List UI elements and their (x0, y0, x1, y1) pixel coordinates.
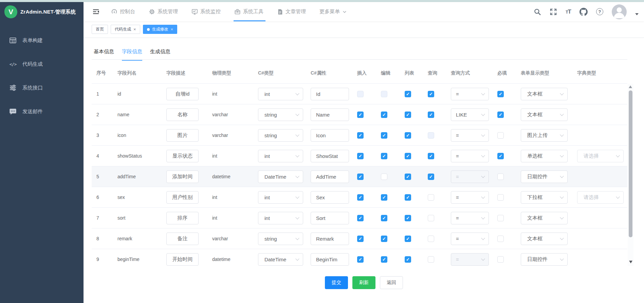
query-mode-select[interactable]: = (451, 233, 489, 245)
cs-type-select[interactable]: string (258, 129, 303, 142)
nav-item-system-monitor[interactable]: 系统监控 (191, 2, 221, 21)
cs-type-select[interactable]: int (258, 150, 303, 162)
sidebar-item-send-mail[interactable]: 发送邮件 (0, 100, 84, 123)
field-desc-input[interactable]: 名称 (166, 108, 199, 121)
query-mode-select[interactable]: = (451, 129, 489, 142)
query-checkbox[interactable]: ✓ (428, 91, 434, 97)
list-checkbox[interactable]: ✓ (405, 112, 411, 118)
insert-checkbox[interactable]: ✓ (357, 215, 364, 221)
nav-item-system-manage[interactable]: 系统管理 (149, 2, 178, 21)
query-mode-select[interactable]: = (451, 150, 489, 162)
field-desc-input[interactable]: 添加时间 (166, 170, 199, 183)
github-icon[interactable] (579, 8, 588, 16)
sidebar-item-system-api[interactable]: 系统接口 (0, 76, 84, 100)
fullscreen-icon[interactable] (550, 8, 557, 16)
insert-checkbox[interactable]: ✓ (357, 236, 364, 242)
insert-checkbox[interactable]: ✓ (357, 153, 364, 159)
field-desc-input[interactable]: 用户性别 (166, 191, 199, 204)
edit-checkbox[interactable]: ✓ (381, 112, 387, 118)
required-checkbox[interactable] (497, 215, 504, 221)
list-checkbox[interactable]: ✓ (405, 91, 411, 97)
display-type-select[interactable]: 文本框 (521, 233, 568, 245)
required-checkbox[interactable]: ✓ (497, 91, 504, 97)
insert-checkbox[interactable]: ✓ (357, 112, 364, 118)
list-checkbox[interactable]: ✓ (405, 153, 411, 159)
required-checkbox[interactable]: ✓ (497, 153, 504, 159)
display-type-select[interactable]: 文本框 (521, 212, 568, 224)
query-checkbox[interactable]: ✓ (428, 174, 434, 180)
insert-checkbox[interactable]: ✓ (357, 256, 364, 263)
required-checkbox[interactable] (497, 236, 504, 242)
cs-type-select[interactable]: DateTime (258, 170, 303, 183)
field-desc-input[interactable]: 显示状态 (166, 150, 199, 162)
query-checkbox[interactable]: ✓ (428, 153, 434, 159)
edit-checkbox[interactable] (381, 174, 387, 180)
query-mode-select[interactable]: LIKE (451, 108, 489, 121)
scrollbar-thumb[interactable] (629, 90, 632, 237)
tag-gen-edit[interactable]: 生成修改 × (143, 25, 178, 34)
cs-type-select[interactable]: int (258, 88, 303, 100)
close-icon[interactable]: × (171, 27, 173, 32)
sidebar-item-code-gen[interactable]: </> 代码生成 (0, 52, 84, 76)
edit-checkbox[interactable]: ✓ (381, 194, 387, 201)
list-checkbox[interactable]: ✓ (405, 174, 411, 180)
tag-home[interactable]: 首页 × (92, 25, 108, 34)
display-type-select[interactable]: 下拉框 (521, 191, 568, 204)
list-checkbox[interactable]: ✓ (405, 236, 411, 242)
required-checkbox[interactable] (497, 256, 504, 263)
edit-checkbox[interactable]: ✓ (381, 132, 387, 139)
back-button[interactable]: 返回 (380, 276, 403, 289)
insert-checkbox[interactable]: ✓ (357, 132, 364, 139)
scroll-up-icon[interactable] (629, 85, 632, 88)
display-type-select[interactable]: 文本框 (521, 108, 568, 121)
list-checkbox[interactable]: ✓ (405, 194, 411, 201)
query-checkbox[interactable] (428, 236, 434, 242)
refresh-button[interactable]: 刷新 (352, 276, 375, 289)
display-type-select[interactable]: 日期控件 (521, 253, 568, 266)
insert-checkbox[interactable]: ✓ (357, 174, 364, 180)
nav-item-console[interactable]: 控制台 (111, 2, 135, 21)
edit-checkbox[interactable]: ✓ (381, 215, 387, 221)
list-checkbox[interactable]: ✓ (405, 215, 411, 221)
query-checkbox[interactable] (428, 194, 434, 201)
query-checkbox[interactable] (428, 215, 434, 221)
cs-type-select[interactable]: int (258, 191, 303, 204)
display-type-select[interactable]: 图片上传 (521, 129, 568, 142)
field-desc-input[interactable]: 排序 (166, 212, 199, 224)
cs-property-input[interactable]: AddTime (311, 170, 349, 183)
nav-item-system-tools[interactable]: 系统工具 (234, 2, 263, 21)
tab-basic-info[interactable]: 基本信息 (94, 48, 114, 61)
dict-type-select[interactable]: 请选择 (577, 191, 624, 204)
help-icon[interactable]: ? (596, 8, 603, 15)
required-checkbox[interactable]: ✓ (497, 112, 504, 118)
edit-checkbox[interactable]: ✓ (381, 256, 387, 263)
list-checkbox[interactable]: ✓ (405, 132, 411, 139)
required-checkbox[interactable] (497, 174, 504, 180)
field-desc-input[interactable]: 自增id (166, 88, 199, 100)
list-checkbox[interactable]: ✓ (405, 256, 411, 263)
vertical-scrollbar[interactable] (628, 84, 633, 266)
cs-type-select[interactable]: string (258, 233, 303, 245)
cs-type-select[interactable]: DateTime (258, 253, 303, 266)
query-mode-select[interactable]: = (451, 212, 489, 224)
query-checkbox[interactable] (428, 256, 434, 263)
query-checkbox[interactable]: ✓ (428, 112, 434, 118)
required-checkbox[interactable] (497, 194, 504, 201)
insert-checkbox[interactable]: ✓ (357, 194, 364, 201)
field-desc-input[interactable]: 图片 (166, 129, 199, 142)
cs-property-input[interactable]: Icon (311, 129, 349, 142)
submit-button[interactable]: 提交 (325, 276, 348, 289)
cs-type-select[interactable]: int (258, 212, 303, 224)
edit-checkbox[interactable]: ✓ (381, 236, 387, 242)
menu-fold-icon[interactable] (92, 8, 99, 15)
display-type-select[interactable]: 日期控件 (521, 170, 568, 183)
sidebar-item-form-build[interactable]: 表单构建 (0, 28, 84, 52)
display-type-select[interactable]: 单选框 (521, 150, 568, 162)
app-logo[interactable]: V ZrAdmin.NET-管理系统 (0, 2, 84, 22)
edit-checkbox[interactable]: ✓ (381, 153, 387, 159)
close-icon[interactable]: × (133, 27, 136, 32)
cs-property-input[interactable]: BeginTim (311, 253, 349, 266)
dict-type-select[interactable]: 请选择 (577, 150, 624, 162)
cs-property-input[interactable]: Sex (311, 191, 349, 204)
field-desc-input[interactable]: 备注 (166, 233, 199, 245)
